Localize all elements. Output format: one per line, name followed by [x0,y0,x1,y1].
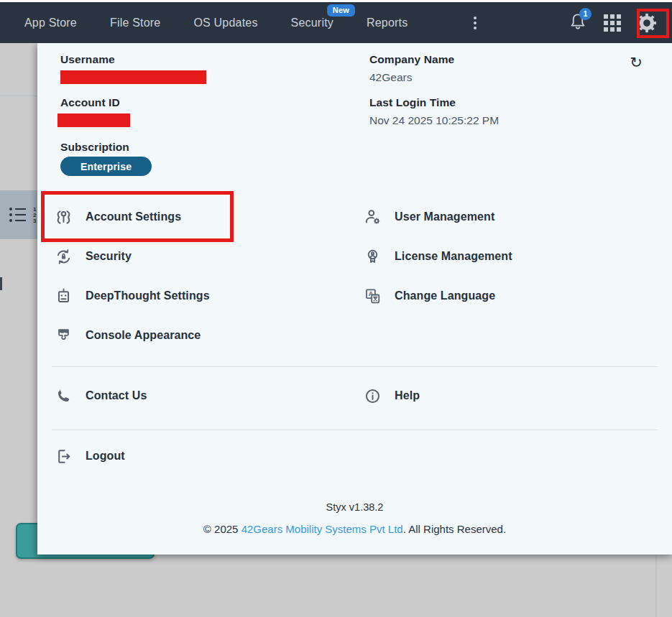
menu-license-management[interactable]: License Management [363,241,512,272]
gear-wrench-icon [54,208,73,227]
company-name-value: 42Gears [369,71,412,84]
background-divider [0,96,37,96]
copyright-text: © 2025 42Gears Mobility Systems Pvt Ltd.… [37,523,672,535]
username-label: Username [60,53,115,66]
phone-icon [54,386,73,406]
text-cursor-fragment [0,277,2,290]
settings-gear-button[interactable] [636,12,658,34]
paintbrush-icon [54,326,73,345]
menu-security[interactable]: Security [54,241,132,272]
last-login-value: Nov 24 2025 10:25:22 PM [369,114,499,127]
editor-toolbar-fragment: 123 [0,190,37,239]
last-login-label: Last Login Time [369,96,456,109]
new-badge: New [327,4,355,17]
nav-os-updates[interactable]: OS Updates [193,17,257,29]
account-id-label: Account ID [60,96,120,109]
account-id-redaction [57,113,130,127]
version-text: Styx v1.38.2 [37,501,672,513]
menu-logout[interactable]: Logout [54,441,125,471]
subscription-label: Subscription [60,141,129,154]
more-menu-icon[interactable] [471,14,479,32]
nav-security[interactable]: Security New [291,17,333,29]
account-dropdown-panel: Username Account ID Subscription Enterpr… [37,43,672,555]
nav-app-store[interactable]: App Store [24,17,77,29]
menu-contact-us[interactable]: Contact Us [54,381,147,411]
info-circle-icon [363,386,382,406]
top-navigation-bar: App Store File Store OS Updates Security… [0,0,672,43]
menu-divider-1 [52,366,658,367]
translate-icon: A [363,287,382,306]
username-redaction [60,70,206,84]
robot-icon [54,287,73,306]
award-certificate-icon [363,247,382,266]
menu-help[interactable]: Help [363,381,420,411]
notifications-button[interactable]: 1 [569,12,589,34]
menu-divider-2 [52,430,658,430]
scrollbar-track[interactable] [655,555,657,617]
menu-deepthought-settings[interactable]: DeepThought Settings [54,281,210,311]
notification-count-badge: 1 [579,8,592,20]
company-link[interactable]: 42Gears Mobility Systems Pvt Ltd [241,523,403,535]
menu-console-appearance[interactable]: Console Appearance [54,320,201,351]
sync-lock-icon [54,247,73,266]
menu-user-management[interactable]: User Management [363,202,494,232]
nav-reports[interactable]: Reports [367,17,408,29]
menu-account-settings[interactable]: Account Settings [54,202,181,232]
user-gear-icon [363,208,382,227]
bullet-list-icon[interactable] [9,208,26,222]
refresh-icon[interactable]: ↻ [625,52,647,73]
nav-file-store[interactable]: File Store [110,17,160,29]
company-name-label: Company Name [369,53,454,66]
gear-icon [636,12,658,34]
menu-change-language[interactable]: A Change Language [363,281,495,311]
logout-icon [54,447,73,466]
apps-grid-icon[interactable] [604,14,621,32]
numbered-list-icon[interactable]: 123 [33,207,36,223]
subscription-badge: Enterprise [60,157,152,176]
